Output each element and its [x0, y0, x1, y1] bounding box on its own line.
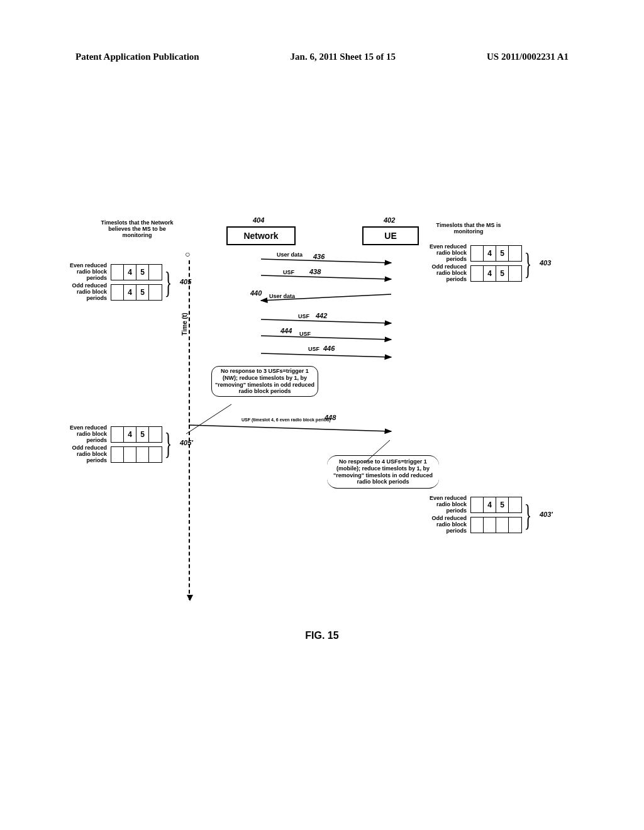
svg-line-0: [261, 259, 391, 263]
ref-403: 403: [540, 259, 551, 267]
nw-trigger-box: No response to 3 USFs=trigger 1 (NW); re…: [211, 366, 318, 397]
ue-even-grid-2: 45: [470, 497, 522, 513]
nw-odd-label-2: Odd reduced radio block periods: [63, 445, 107, 464]
ref-ue: 402: [384, 216, 395, 224]
ref-405p: 405': [180, 439, 193, 446]
usf-ts-label: USF (timeslot 4, 6 even radio block peri…: [242, 418, 331, 422]
usf-label-4: USF: [308, 346, 319, 352]
network-box: Network: [226, 226, 296, 245]
figure-label: FIG. 15: [0, 630, 644, 641]
time-arrow-icon: [187, 595, 193, 601]
ref-448: 448: [325, 414, 336, 421]
time-axis-origin: ○: [185, 249, 190, 259]
sequence-diagram: Network 404 UE 402 Timeslots that the Ne…: [63, 214, 585, 616]
ue-odd-grid-2: [470, 517, 522, 533]
ue-odd-grid-1: 45: [470, 265, 522, 282]
nw-even-grid-1: 45: [111, 264, 162, 280]
header-right: US 2011/0002231 A1: [487, 52, 569, 62]
brace-nw-1: }: [165, 268, 172, 298]
ue-monitoring-title: Timeslots that the MS is monitoring: [428, 223, 509, 235]
usf-label-2: USF: [298, 313, 309, 319]
svg-line-7: [189, 425, 391, 431]
nw-even-grid-2: 45: [111, 426, 162, 443]
ue-even-label-2: Even reduced radio block periods: [423, 495, 467, 514]
nw-even-label-2: Even reduced radio block periods: [63, 425, 107, 444]
userdata-label-2: User data: [269, 293, 295, 299]
usf-label-1: USF: [283, 269, 294, 275]
time-axis: [189, 260, 190, 600]
nw-odd-grid-2: [111, 446, 162, 463]
ue-odd-label-2: Odd reduced radio block periods: [423, 516, 467, 534]
brace-nw-2: }: [165, 429, 172, 459]
ue-trigger-box: No response to 4 USFs=trigger 1 (mobile)…: [327, 455, 439, 489]
usf-label-3: USF: [299, 331, 311, 337]
ref-440: 440: [250, 289, 262, 297]
time-label: Time (t): [181, 313, 188, 336]
ue-even-grid-1: 45: [470, 245, 522, 262]
ref-444: 444: [280, 327, 292, 335]
brace-ue-2: }: [525, 501, 532, 531]
ue-even-label-1: Even reduced radio block periods: [423, 244, 467, 263]
ue-odd-label-1: Odd reduced radio block periods: [423, 264, 467, 283]
ref-442: 442: [316, 312, 327, 319]
ref-446: 446: [323, 345, 335, 352]
ref-403p: 403': [540, 511, 553, 518]
ref-network: 404: [253, 216, 264, 224]
svg-line-6: [186, 404, 231, 434]
svg-line-4: [261, 336, 391, 340]
nw-even-label-1: Even reduced radio block periods: [63, 263, 107, 282]
ue-box: UE: [362, 226, 419, 245]
brace-ue-1: }: [525, 249, 532, 279]
svg-line-5: [261, 353, 391, 357]
userdata-label-1: User data: [277, 252, 303, 258]
svg-line-3: [261, 319, 391, 323]
header-center: Jan. 6, 2011 Sheet 15 of 15: [291, 52, 396, 62]
ref-436: 436: [313, 253, 325, 260]
nw-odd-label-1: Odd reduced radio block periods: [63, 283, 107, 302]
nw-monitoring-title: Timeslots that the Network believes the …: [93, 220, 181, 239]
header-left: Patent Application Publication: [75, 52, 199, 62]
ref-438: 438: [309, 268, 321, 275]
nw-odd-grid-1: 45: [111, 284, 162, 301]
svg-line-1: [261, 275, 391, 279]
